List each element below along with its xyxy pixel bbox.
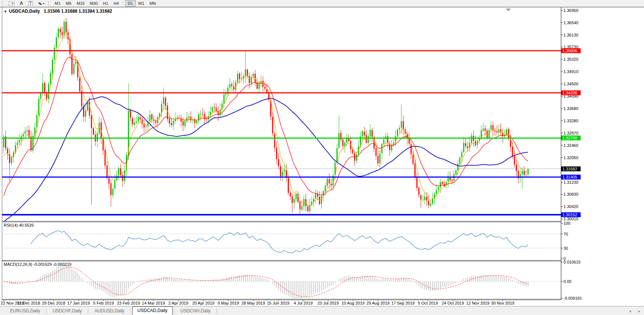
chart-f-tool-icon: F (9, 1, 15, 6)
date-tick-label: 12 Nov 2019 (466, 301, 489, 305)
price-tick-label: 1.34910 (564, 69, 578, 74)
top-toolbar: FAT◥◣▾ M1M5M15M30H1H4D1W1MN (0, 0, 644, 7)
timeframe-m5-button[interactable]: M5 (63, 0, 74, 7)
price-level-badge: 1.34206 (561, 90, 581, 95)
tab-separator: │ (215, 308, 218, 314)
rsi-tick-label: 100 (564, 221, 570, 226)
label-a-tool-button[interactable]: A (17, 0, 26, 7)
date-tick-label: 23 Feb 2019 (117, 301, 140, 305)
arrow-shapes-tool-button[interactable]: ◥◣▾ (35, 0, 47, 7)
chart-tab-usdcnh[interactable]: USDCNH,Daily (176, 307, 215, 315)
label-a-tool-icon: A (20, 1, 23, 6)
chart-symbol-period: USDCAD,Daily (9, 9, 40, 14)
date-tick-label: 11 Dec 2018 (17, 301, 40, 305)
date-tick-label: 29 Aug 2019 (366, 301, 389, 305)
textbox-tool-icon: T (28, 1, 33, 6)
timeframe-m1-button[interactable]: M1 (52, 0, 63, 7)
date-tick-label: 5 Feb 2019 (93, 301, 114, 305)
rsi-tick-label: 30 (564, 246, 568, 251)
price-tick-label: 1.35320 (564, 57, 578, 62)
price-tick-label: 1.36540 (564, 21, 578, 25)
date-tick-label: 23 Jul 2019 (318, 301, 339, 305)
date-tick-label: 29 Dec 2018 (42, 301, 65, 305)
date-tick-label: 14 Mar 2019 (142, 301, 165, 305)
arrow-shapes-tool-icon: ◥◣ (38, 2, 42, 5)
price-tick-label: 1.30010 (564, 217, 578, 221)
price-tick-label: 1.36950 (564, 8, 578, 13)
date-tick-label: 20 Apr 2019 (192, 301, 214, 305)
timeframe-d1-button[interactable]: D1 (125, 0, 136, 7)
macd-tick-label: 0.00 (564, 279, 571, 284)
timeframe-toolbar: M1M5M15M30H1H4D1W1MN (52, 0, 158, 7)
price-tick-label: 1.30420 (564, 204, 578, 209)
macd-label: MACD(12,26,9) -0.001629 -0.000219 (4, 262, 72, 267)
price-tick-label: 1.32870 (564, 131, 578, 135)
dropdown-caret-icon[interactable]: ▾ (43, 2, 44, 5)
price-tick-label: 1.36130 (564, 33, 578, 37)
toolbar-grip-2[interactable] (48, 1, 50, 6)
macd-tick-label: 0.010615 (564, 260, 581, 264)
chart-tab-eurusd[interactable]: EURUSD,Daily (5, 307, 45, 315)
rsi-tick-label: 70 (564, 232, 568, 236)
price-level-badge: 1.35606 (561, 48, 581, 53)
date-tick-label: 5 Oct 2019 (418, 301, 438, 305)
macd-tick-label: -0.009181 (564, 296, 582, 300)
tab-separator: │ (45, 308, 48, 314)
toolbar-separator (123, 1, 124, 6)
chart-canvas[interactable] (0, 0, 644, 315)
chart-tab-bar: EURUSD,Daily│USDCHF,Daily│AUDUSD,Daily│U… (0, 306, 644, 315)
chart-tabs: EURUSD,Daily│USDCHF,Daily│AUDUSD,Daily│U… (5, 306, 218, 315)
mt4-terminal: FAT◥◣▾ M1M5M15M30H1H4D1W1MN 1.369501.365… (0, 0, 644, 315)
price-level-badge: 1.31682 (561, 166, 581, 171)
price-tick-label: 1.30830 (564, 192, 578, 196)
scroll-left-button[interactable]: ◄ (628, 309, 632, 313)
chart-tab-usdchf[interactable]: USDCHF,Daily (48, 307, 87, 315)
drawing-tools-group: FAT◥◣▾ (6, 0, 47, 7)
timeframe-mn-button[interactable]: MN (147, 0, 158, 7)
date-tick-label: 28 May 2019 (242, 301, 265, 305)
toolbar-grip[interactable] (2, 1, 4, 6)
date-tick-label: 9 May 2019 (218, 301, 239, 305)
rsi-label: RSI(14) 40.5526 (4, 223, 34, 227)
chart-ohlc-values: 1.31506 1.31688 1.31384 1.31682 (44, 9, 112, 14)
price-level-badge: 1.30152 (561, 212, 581, 217)
timeframe-m30-button[interactable]: M30 (87, 0, 100, 7)
timeframe-h1-button[interactable]: H1 (100, 0, 111, 7)
timeframe-w1-button[interactable]: W1 (136, 0, 147, 7)
tab-separator: │ (173, 308, 176, 314)
price-tick-label: 1.33280 (564, 119, 578, 123)
price-tick-label: 1.33680 (564, 106, 578, 111)
tab-scroll-controls: ◄ ► (628, 309, 641, 313)
timeframe-h4-button[interactable]: H4 (111, 0, 121, 7)
date-tick-label: 24 Oct 2019 (442, 301, 464, 305)
date-tick-label: 2 Apr 2019 (168, 301, 188, 305)
date-tick-label: 10 Aug 2019 (341, 301, 364, 305)
chart-tab-audusd[interactable]: AUDUSD,Daily (89, 307, 129, 315)
date-tick-label: 17 Jan 2019 (67, 301, 90, 305)
price-tick-label: 1.34500 (564, 82, 578, 86)
chart-f-tool-button[interactable]: F (6, 0, 17, 7)
chart-tab-usdcad[interactable]: USDCAD,Daily (132, 306, 173, 315)
collapse-triangle-icon[interactable]: ▼ (4, 10, 7, 13)
date-tick-label: 15 Jun 2019 (267, 301, 290, 305)
tab-separator: │ (129, 308, 132, 314)
price-tick-label: 1.31230 (564, 180, 578, 185)
chart-title: ▼USDCAD,Daily1.31506 1.31688 1.31384 1.3… (4, 9, 112, 14)
date-tick-label: 17 Sep 2019 (391, 301, 414, 305)
price-tick-label: 1.32050 (564, 155, 578, 160)
date-tick-label: 30 Nov 2019 (491, 301, 514, 305)
price-level-badge: 1.31405 (561, 174, 581, 179)
tab-separator: │ (87, 308, 90, 314)
date-tick-label: 4 Jul 2019 (294, 301, 313, 305)
price-level-badge: 1.32700 (561, 136, 581, 141)
textbox-tool-button[interactable]: T (26, 0, 35, 7)
scroll-right-button[interactable]: ► (638, 309, 641, 313)
price-tick-label: 1.32460 (564, 143, 578, 148)
timeframe-m15-button[interactable]: M15 (74, 0, 87, 7)
